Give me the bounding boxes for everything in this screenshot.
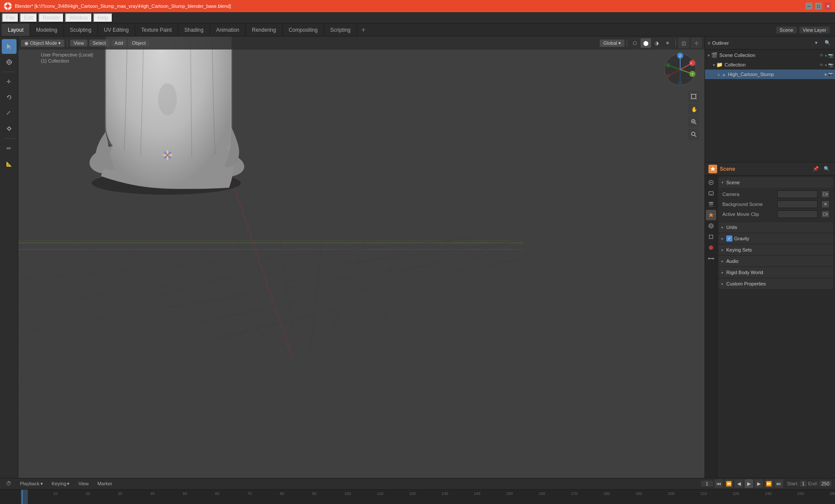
- solid-button[interactable]: ⬤: [641, 38, 651, 48]
- play-button[interactable]: ▶: [745, 479, 753, 488]
- maximize-button[interactable]: □: [815, 3, 822, 10]
- tab-animation[interactable]: Animation: [210, 23, 246, 36]
- prop-icon-output[interactable]: [706, 188, 716, 199]
- col-vis-render[interactable]: 📷: [828, 63, 833, 67]
- menu-render[interactable]: Render: [38, 13, 64, 23]
- current-frame-display[interactable]: 1: [701, 481, 713, 487]
- scene-section-header[interactable]: ▾ Scene: [719, 177, 833, 188]
- tab-scripting[interactable]: Scripting: [324, 23, 357, 36]
- tool-transform[interactable]: [2, 121, 17, 136]
- outliner-filter-button[interactable]: ▾: [812, 38, 821, 48]
- material-preview-button[interactable]: ◑: [651, 38, 662, 48]
- menu-object[interactable]: Object: [128, 40, 149, 46]
- audio-section-header[interactable]: ▸ Audio: [719, 256, 833, 266]
- scene-selector[interactable]: Scene: [776, 27, 797, 33]
- col-vis-eye[interactable]: 👁: [819, 63, 824, 67]
- camera-perspective-button[interactable]: [688, 91, 699, 102]
- rigid-body-world-section-header[interactable]: ▸ Rigid Body World: [719, 267, 833, 278]
- view-layer-selector[interactable]: View Layer: [799, 27, 830, 33]
- marker-button[interactable]: Marker: [95, 481, 115, 487]
- tab-add-button[interactable]: +: [357, 23, 370, 36]
- viewport[interactable]: ◉ Object Mode ▾ View Select Add Object G…: [18, 36, 705, 478]
- tool-move[interactable]: ✛: [2, 74, 17, 89]
- timeline-ruler[interactable]: 1102030405060708090100110120130140150160…: [0, 490, 835, 504]
- tool-measure[interactable]: 📐: [2, 156, 17, 171]
- tab-compositing[interactable]: Compositing: [283, 23, 324, 36]
- menu-view[interactable]: View: [70, 40, 87, 46]
- global-local-toggle[interactable]: Global ▾: [600, 40, 625, 47]
- tab-sculpting[interactable]: Sculpting: [64, 23, 98, 36]
- outliner-collection[interactable]: ▾ 📁 Collection 👁 ● 📷: [705, 60, 835, 70]
- col-vis-restrict[interactable]: ●: [825, 63, 827, 67]
- gizmos-button[interactable]: ⊹: [691, 38, 702, 48]
- menu-help[interactable]: Help: [93, 13, 113, 23]
- active-movie-clip-value[interactable]: [777, 210, 818, 218]
- jump-end-button[interactable]: ⏭: [775, 479, 783, 488]
- jump-start-button[interactable]: ⏮: [715, 479, 723, 488]
- camera-value[interactable]: [777, 190, 818, 198]
- tool-rotate[interactable]: [2, 90, 17, 105]
- mesh-vis-render[interactable]: 📷: [828, 72, 833, 76]
- mode-selector[interactable]: ◉ Object Mode ▾: [21, 40, 64, 47]
- units-section-header[interactable]: ▸ Units: [719, 222, 833, 232]
- start-frame-input[interactable]: 1: [800, 481, 807, 487]
- prev-frame-button[interactable]: ◀: [735, 479, 743, 488]
- tab-texture-paint[interactable]: Texture Paint: [135, 23, 178, 36]
- active-movie-clip-icon[interactable]: [821, 210, 830, 218]
- keying-sets-section-header[interactable]: ▸ Keying Sets: [719, 245, 833, 255]
- prop-icon-constraints[interactable]: [706, 253, 716, 264]
- prop-icon-view-layer[interactable]: [706, 199, 716, 209]
- close-button[interactable]: ✕: [825, 3, 832, 10]
- tool-cursor[interactable]: [2, 55, 17, 70]
- tool-annotate[interactable]: ✏: [2, 141, 17, 156]
- prop-pin-button[interactable]: 📌: [811, 164, 821, 174]
- tool-scale[interactable]: ⤢: [2, 106, 17, 120]
- menu-edit[interactable]: Edit: [20, 13, 37, 23]
- prop-icon-physics[interactable]: [706, 242, 716, 253]
- keying-button[interactable]: Keying ▾: [49, 481, 73, 487]
- custom-properties-section-header[interactable]: ▸ Custom Properties: [719, 279, 833, 289]
- gravity-section-header[interactable]: ▸ ✓ Gravity: [719, 233, 833, 244]
- tab-shading[interactable]: Shading: [178, 23, 210, 36]
- prop-icon-render[interactable]: [706, 177, 716, 188]
- prop-icon-world[interactable]: [706, 221, 716, 231]
- menu-window[interactable]: Window: [65, 13, 92, 23]
- minimize-button[interactable]: ─: [805, 3, 812, 10]
- end-frame-input[interactable]: 250: [819, 481, 832, 487]
- mesh-vis-edit[interactable]: ◈: [824, 72, 827, 76]
- tab-layout[interactable]: Layout: [2, 23, 30, 36]
- background-scene-value[interactable]: [777, 200, 818, 208]
- prop-icon-scene[interactable]: [706, 210, 716, 220]
- outliner-scene-collection[interactable]: ▾ 🎬 Scene Collection 👁 ● 📷: [705, 50, 835, 60]
- vis-eye-icon[interactable]: 👁: [819, 53, 824, 58]
- timeline-icon[interactable]: ⏱: [3, 480, 14, 487]
- menu-file[interactable]: File: [2, 13, 19, 23]
- tab-rendering[interactable]: Rendering: [246, 23, 282, 36]
- playback-button[interactable]: Playback ▾: [17, 481, 46, 487]
- wireframe-button[interactable]: ⬡: [630, 38, 640, 48]
- tab-modeling[interactable]: Modeling: [30, 23, 64, 36]
- next-frame-button[interactable]: ▶: [755, 479, 763, 488]
- outliner-search-button[interactable]: 🔍: [823, 38, 832, 48]
- camera-value-icon[interactable]: [821, 190, 830, 198]
- background-scene-icon[interactable]: [821, 200, 830, 208]
- menu-add[interactable]: Add: [111, 40, 127, 46]
- menu-select[interactable]: Select: [89, 40, 110, 46]
- prev-keyframe-button[interactable]: ⏪: [725, 479, 733, 488]
- rendered-button[interactable]: ☀: [662, 38, 673, 48]
- gravity-checkbox[interactable]: ✓: [726, 235, 732, 242]
- prop-icon-object[interactable]: [706, 232, 716, 242]
- search-button[interactable]: [688, 129, 699, 140]
- prop-search-button[interactable]: 🔍: [822, 164, 832, 174]
- outliner-high-cartoon-stump[interactable]: ▸ ▲ High_Cartoon_Stump ◈ 📷: [705, 70, 835, 79]
- view-button[interactable]: View: [76, 481, 91, 487]
- hand-tool-button[interactable]: ✋: [688, 103, 699, 115]
- vis-render-icon[interactable]: 📷: [828, 53, 833, 58]
- next-keyframe-button[interactable]: ⏩: [765, 479, 773, 488]
- tool-select[interactable]: [2, 39, 17, 54]
- zoom-button[interactable]: [688, 116, 699, 127]
- overlays-button[interactable]: ◫: [678, 38, 689, 48]
- vis-restrict-icon[interactable]: ●: [825, 53, 827, 58]
- navigation-gizmo[interactable]: X Z Y: [663, 52, 698, 87]
- tab-uv-editing[interactable]: UV Editing: [98, 23, 135, 36]
